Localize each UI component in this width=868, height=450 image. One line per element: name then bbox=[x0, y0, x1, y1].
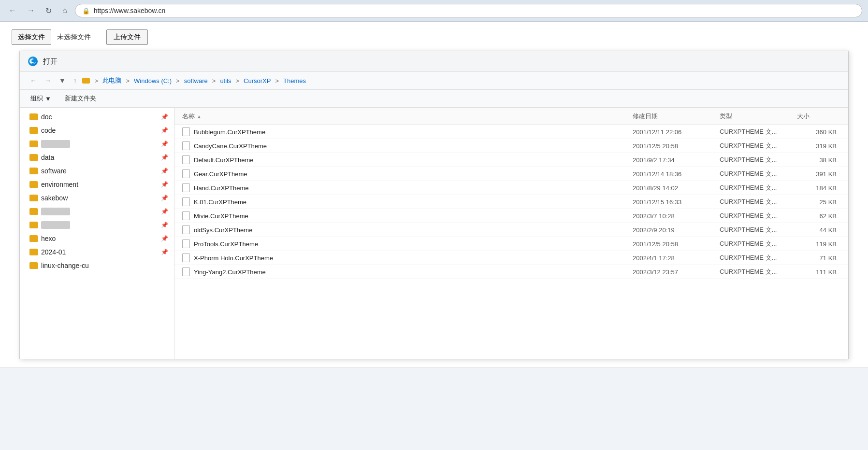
sidebar-item-blurred2[interactable]: 📌 bbox=[20, 205, 174, 218]
sidebar-item-environment[interactable]: environment 📌 bbox=[20, 178, 174, 191]
table-row[interactable]: Hand.CurXPTheme 2001/8/29 14:02 CURXPTHE… bbox=[174, 181, 848, 195]
file-name-cell: ProTools.CurXPTheme bbox=[182, 239, 633, 248]
address-bar[interactable]: 🔒 https://www.sakebow.cn bbox=[75, 4, 862, 17]
path-forward-button[interactable]: → bbox=[42, 76, 54, 85]
dialog-titlebar: 打开 bbox=[20, 51, 848, 72]
file-size: 360 KB bbox=[797, 128, 840, 136]
folder-icon bbox=[29, 127, 38, 134]
pin-icon: 📌 bbox=[161, 249, 168, 255]
table-row[interactable]: CandyCane.CurXPTheme 2001/12/5 20:58 CUR… bbox=[174, 139, 848, 153]
path-up-button[interactable]: ↑ bbox=[71, 76, 79, 85]
file-size: 319 KB bbox=[797, 142, 840, 150]
path-dropdown-button[interactable]: ▼ bbox=[57, 76, 68, 85]
table-row[interactable]: X-Phorm Holo.CurXPTheme 2002/4/1 17:28 C… bbox=[174, 251, 848, 265]
path-drive[interactable]: Windows (C:) bbox=[132, 77, 173, 85]
col-size-label: 大小 bbox=[797, 112, 810, 121]
file-doc-icon bbox=[182, 211, 190, 220]
file-size: 71 KB bbox=[797, 254, 840, 262]
folder-icon bbox=[29, 208, 38, 215]
file-doc-icon bbox=[182, 127, 190, 136]
pin-icon: 📌 bbox=[161, 127, 168, 134]
organize-button[interactable]: 组织 ▼ bbox=[28, 93, 54, 104]
home-button[interactable]: ⌂ bbox=[59, 4, 70, 17]
sort-arrow-icon: ▲ bbox=[197, 114, 202, 119]
file-name: oldSys.CurXPTheme bbox=[194, 226, 252, 234]
file-name-cell: CandyCane.CurXPTheme bbox=[182, 141, 633, 150]
sidebar-item-data[interactable]: data 📌 bbox=[20, 151, 174, 164]
table-row[interactable]: ProTools.CurXPTheme 2001/12/5 20:58 CURX… bbox=[174, 237, 848, 251]
path-utils[interactable]: utils bbox=[218, 77, 232, 85]
drive-folder-icon bbox=[82, 78, 90, 84]
sidebar-item-code[interactable]: code 📌 bbox=[20, 124, 174, 137]
file-name-cell: oldSys.CurXPTheme bbox=[182, 225, 633, 234]
table-row[interactable]: oldSys.CurXPTheme 2002/2/9 20:19 CURXPTH… bbox=[174, 223, 848, 237]
pin-icon: 📌 bbox=[161, 222, 168, 228]
file-type: CURXPTHEME 文... bbox=[720, 225, 797, 234]
file-doc-icon bbox=[182, 169, 190, 178]
col-date-header[interactable]: 修改日期 bbox=[633, 111, 720, 122]
col-size-header[interactable]: 大小 bbox=[797, 111, 840, 122]
file-size: 111 KB bbox=[797, 268, 840, 276]
file-type: CURXPTHEME 文... bbox=[720, 127, 797, 136]
pin-icon: 📌 bbox=[161, 141, 168, 147]
new-folder-button[interactable]: 新建文件夹 bbox=[62, 93, 99, 104]
file-date: 2002/4/1 17:28 bbox=[633, 254, 720, 262]
file-doc-icon bbox=[182, 141, 190, 150]
path-themes[interactable]: Themes bbox=[282, 77, 307, 85]
file-doc-icon bbox=[182, 183, 190, 192]
table-row[interactable]: K.01.CurXPTheme 2001/12/15 16:33 CURXPTH… bbox=[174, 195, 848, 209]
pin-icon: 📌 bbox=[161, 168, 168, 174]
file-size: 44 KB bbox=[797, 226, 840, 234]
choose-file-button[interactable]: 选择文件 bbox=[12, 29, 51, 45]
sidebar-item-blurred1[interactable]: 📌 bbox=[20, 137, 174, 151]
path-software[interactable]: software bbox=[183, 77, 209, 85]
sidebar-item-blurred3[interactable]: 📌 bbox=[20, 218, 174, 232]
table-row[interactable]: Default.CurXPTheme 2001/9/2 17:34 CURXPT… bbox=[174, 153, 848, 167]
col-name-header[interactable]: 名称 ▲ bbox=[182, 111, 633, 122]
folder-icon bbox=[29, 154, 38, 161]
sidebar-item-label: doc bbox=[41, 113, 52, 121]
sidebar-item-software[interactable]: software 📌 bbox=[20, 164, 174, 178]
back-button[interactable]: ← bbox=[6, 4, 19, 17]
file-doc-icon bbox=[182, 225, 190, 234]
sidebar-item-hexo[interactable]: hexo 📌 bbox=[20, 232, 174, 245]
sidebar-item-doc[interactable]: doc 📌 bbox=[20, 110, 174, 124]
file-name: Hand.CurXPTheme bbox=[194, 184, 248, 192]
path-cursorxp[interactable]: CursorXP bbox=[242, 77, 272, 85]
file-size: 119 KB bbox=[797, 240, 840, 248]
organize-dropdown-icon: ▼ bbox=[45, 95, 51, 102]
file-name-cell: Hand.CurXPTheme bbox=[182, 183, 633, 192]
col-type-label: 类型 bbox=[720, 112, 732, 121]
file-type: CURXPTHEME 文... bbox=[720, 211, 797, 220]
sidebar-item-2024-01[interactable]: 2024-01 📌 bbox=[20, 245, 174, 259]
file-doc-icon bbox=[182, 155, 190, 164]
table-row[interactable]: Mivie.CurXPTheme 2002/3/7 10:28 CURXPTHE… bbox=[174, 209, 848, 223]
sidebar-item-linux-change-cu[interactable]: linux-change-cu bbox=[20, 259, 174, 272]
pin-icon: 📌 bbox=[161, 113, 168, 120]
file-toolbar: 选择文件 未选择文件 上传文件 bbox=[12, 29, 856, 45]
forward-button[interactable]: → bbox=[24, 4, 38, 17]
table-row[interactable]: Ying-Yang2.CurXPTheme 2002/3/12 23:57 CU… bbox=[174, 265, 848, 279]
path-back-button[interactable]: ← bbox=[28, 76, 39, 85]
folder-icon bbox=[29, 222, 38, 228]
file-type: CURXPTHEME 文... bbox=[720, 267, 797, 276]
lock-icon: 🔒 bbox=[82, 7, 90, 14]
file-date: 2001/12/5 20:58 bbox=[633, 142, 720, 150]
pin-icon: 📌 bbox=[161, 181, 168, 188]
file-date: 2001/12/11 22:06 bbox=[633, 128, 720, 136]
sidebar-item-label: linux-change-cu bbox=[41, 262, 89, 269]
table-row[interactable]: Bubblegum.CurXPTheme 2001/12/11 22:06 CU… bbox=[174, 125, 848, 139]
file-doc-icon bbox=[182, 253, 190, 262]
sidebar-item-label bbox=[41, 140, 70, 148]
col-type-header[interactable]: 类型 bbox=[720, 111, 797, 122]
table-row[interactable]: Gear.CurXPTheme 2001/12/14 18:36 CURXPTH… bbox=[174, 167, 848, 181]
refresh-button[interactable]: ↻ bbox=[43, 4, 55, 17]
folder-icon bbox=[29, 181, 38, 188]
file-name: X-Phorm Holo.CurXPTheme bbox=[194, 254, 273, 262]
upload-button[interactable]: 上传文件 bbox=[106, 29, 148, 45]
file-type: CURXPTHEME 文... bbox=[720, 239, 797, 248]
path-bar: ← → ▼ ↑ > 此电脑 > Windows (C:) > software … bbox=[20, 72, 848, 90]
file-name: ProTools.CurXPTheme bbox=[194, 240, 258, 248]
path-pc[interactable]: 此电脑 bbox=[101, 76, 123, 85]
sidebar-item-sakebow[interactable]: sakebow 📌 bbox=[20, 191, 174, 205]
